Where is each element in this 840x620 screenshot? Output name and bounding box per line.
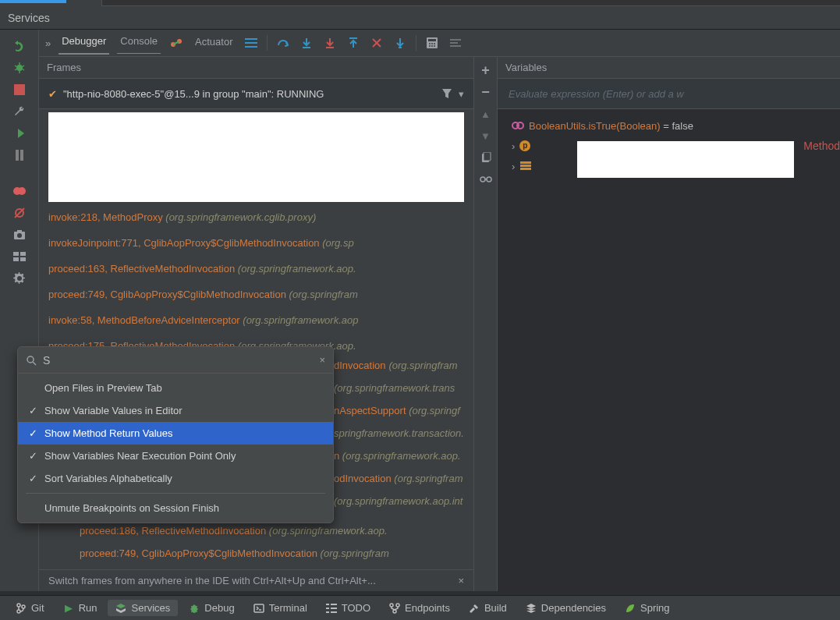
editor-tab-edge	[101, 0, 840, 6]
debugger-toolbar: » Debugger Console Actuator	[39, 30, 840, 57]
step-into-icon[interactable]	[299, 35, 314, 51]
settings-icon[interactable]	[12, 271, 27, 285]
glasses-icon[interactable]	[479, 172, 493, 186]
copy-icon[interactable]	[479, 151, 493, 165]
svg-rect-39	[520, 165, 531, 167]
toolwindow-build[interactable]: Build	[461, 600, 515, 616]
popup-item[interactable]: ✓Show Variable Values in Editor	[18, 399, 333, 422]
run-to-cursor-icon[interactable]	[392, 35, 408, 51]
svg-point-5	[18, 187, 26, 195]
svg-rect-50	[326, 608, 329, 609]
popup-item[interactable]: ✓Show Variables Near Execution Point Onl…	[18, 445, 333, 467]
frames-hint: Switch frames from anywhere in the IDE w…	[39, 569, 473, 591]
svg-rect-3	[20, 150, 23, 161]
thread-selector[interactable]: ✔ "http-nio-8080-exec-5"@15...9 in group…	[39, 79, 473, 109]
svg-point-23	[429, 43, 431, 44]
toolwindow-run[interactable]: ▶Run	[55, 600, 105, 616]
services-icon	[115, 603, 126, 614]
svg-rect-52	[326, 611, 329, 613]
param-badge-icon: p	[519, 140, 530, 151]
dropdown-icon[interactable]: ▾	[459, 88, 464, 100]
tab-console[interactable]: Console	[117, 32, 161, 54]
popup-search-value: S	[43, 354, 319, 367]
toolwindow-services[interactable]: Services	[108, 600, 178, 616]
svg-rect-9	[17, 230, 22, 232]
svg-point-0	[16, 65, 23, 71]
endpoints-icon	[389, 603, 400, 614]
trace-icon[interactable]	[448, 35, 463, 51]
toolwindow-endpoints[interactable]: Endpoints	[381, 600, 458, 616]
stack-row: proceed:163, ReflectiveMethodInvocation …	[39, 256, 473, 282]
filter-icon[interactable]	[441, 88, 452, 99]
svg-point-34	[480, 177, 485, 182]
force-step-into-icon[interactable]	[322, 35, 338, 51]
frames-header: Frames	[39, 57, 473, 79]
svg-point-44	[17, 610, 20, 613]
svg-line-42	[33, 362, 36, 365]
step-over-icon[interactable]	[275, 35, 291, 51]
svg-point-28	[434, 45, 435, 47]
svg-rect-12	[20, 252, 26, 256]
svg-point-25	[434, 43, 435, 44]
expand-icon[interactable]: »	[45, 37, 51, 49]
popup-item[interactable]: Unmute Breakpoints on Session Finish	[18, 497, 333, 519]
layout-icon[interactable]	[12, 250, 27, 264]
thread-dump-icon[interactable]	[243, 35, 259, 51]
move-up-icon[interactable]: ▲	[479, 107, 493, 121]
evaluate-expression-input[interactable]: Evaluate expression (Enter) or add a w	[498, 79, 840, 109]
add-watch-icon[interactable]: +	[479, 63, 493, 77]
breakpoints-icon[interactable]	[12, 184, 27, 198]
tab-debugger[interactable]: Debugger	[58, 32, 109, 55]
pause-icon[interactable]	[12, 148, 27, 162]
popup-item-selected[interactable]: ✓Show Method Return Values	[18, 422, 333, 445]
tab-actuator[interactable]: Actuator	[192, 33, 236, 54]
actuator-icon	[168, 35, 184, 51]
calculator-icon[interactable]	[424, 35, 440, 51]
toolwindow-dependencies[interactable]: Dependencies	[518, 600, 614, 616]
thread-label: "http-nio-8080-exec-5"@15...9 in group "…	[63, 88, 324, 100]
close-icon[interactable]: ×	[458, 575, 464, 586]
svg-rect-29	[450, 39, 461, 41]
step-out-icon[interactable]	[346, 35, 361, 51]
camera-icon[interactable]	[12, 228, 27, 242]
toolwindow-terminal[interactable]: Terminal	[246, 600, 315, 616]
stack-badge-icon	[519, 160, 532, 172]
svg-point-35	[487, 177, 491, 182]
bug-config-icon[interactable]	[12, 61, 27, 75]
terminal-icon	[253, 603, 264, 614]
popup-item[interactable]: Open Files in Preview Tab	[18, 377, 333, 399]
move-down-icon[interactable]: ▼	[479, 129, 493, 143]
wrench-icon[interactable]	[12, 105, 27, 119]
check-icon: ✔	[48, 88, 57, 100]
return-value-row[interactable]: BooleanUtils.isTrue(Boolean) = false	[512, 115, 840, 136]
popup-item[interactable]: ✓Sort Variables Alphabetically	[18, 467, 333, 490]
svg-rect-13	[13, 257, 19, 261]
clear-icon[interactable]: ×	[319, 354, 325, 366]
svg-rect-30	[450, 42, 458, 44]
svg-rect-49	[331, 604, 337, 605]
hammer-icon	[469, 603, 480, 614]
toolwindow-spring[interactable]: Spring	[617, 600, 678, 616]
popup-search[interactable]: S ×	[18, 347, 333, 374]
toolwindow-git[interactable]: Git	[8, 600, 52, 616]
stack-row: invoke:218, MethodProxy (org.springframe…	[39, 204, 473, 230]
resume-icon[interactable]	[12, 126, 27, 140]
toolwindow-title: Services	[8, 12, 50, 24]
mute-breakpoints-icon[interactable]	[12, 206, 27, 220]
stop-icon[interactable]	[12, 83, 27, 97]
svg-rect-14	[20, 257, 26, 261]
svg-point-41	[27, 356, 34, 363]
toolwindow-debug[interactable]: Debug	[181, 600, 242, 616]
svg-rect-51	[331, 608, 337, 609]
drop-frame-icon[interactable]	[369, 35, 385, 51]
variables-pane: Variables Evaluate expression (Enter) or…	[498, 57, 840, 591]
bug-icon	[189, 603, 200, 614]
svg-point-27	[431, 45, 433, 47]
stack-row: invoke:58, MethodBeforeAdviceInterceptor…	[39, 307, 473, 333]
settings-popup: S × Open Files in Preview Tab ✓Show Vari…	[17, 346, 334, 523]
rerun-icon[interactable]	[12, 39, 27, 53]
svg-rect-38	[520, 161, 531, 164]
remove-watch-icon[interactable]: −	[479, 85, 493, 99]
svg-rect-20	[399, 47, 402, 48]
toolwindow-todo[interactable]: TODO	[318, 600, 378, 616]
